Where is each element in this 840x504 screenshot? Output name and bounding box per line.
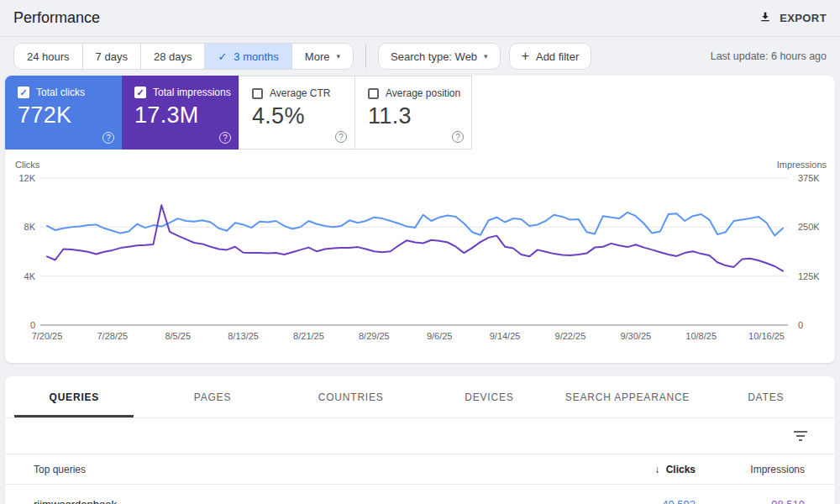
clicks-header-label: Clicks [666,464,696,475]
performance-card: ✓ Total clicks 772K ? ✓ Total impression… [5,76,835,363]
top-bar: Performance EXPORT [0,0,840,37]
divider [365,45,366,68]
export-button[interactable]: EXPORT [759,10,827,26]
table-header-row: Top queries ↓ Clicks Impressions [5,454,835,485]
impressions-line-series [47,205,783,270]
x-tick: 9/22/25 [555,331,586,341]
x-tick: 9/30/25 [620,331,651,341]
more-label: More [305,50,330,63]
date-range-control: 24 hours 7 days 28 days ✓ 3 months More … [13,43,354,70]
y-right-tick: 125K [798,271,820,281]
tab-label: SEARCH APPEARANCE [565,391,690,403]
metric-value: 4.5% [252,103,354,129]
range-label: 7 days [96,50,128,63]
metric-label: Total impressions [153,87,231,98]
range-24-hours[interactable]: 24 hours [14,44,82,69]
metric-tiles: ✓ Total clicks 772K ? ✓ Total impression… [5,76,835,150]
table-row[interactable]: rijmwoordenboek 40,592 98,510 [5,485,835,504]
checkbox-unchecked-icon[interactable] [252,88,263,99]
average-position-tile[interactable]: Average position 11.3 ? [355,76,472,150]
range-label: 28 days [154,50,192,63]
table-toolbar [5,418,835,454]
x-tick: 8/21/25 [293,331,324,341]
sort-descending-icon: ↓ [654,464,659,475]
metric-label: Average position [386,87,460,99]
page-title: Performance [13,9,100,27]
total-clicks-tile[interactable]: ✓ Total clicks 772K ? [5,76,122,150]
tab-pages[interactable]: PAGES [144,376,282,417]
dimensions-table-card: QUERIES PAGES COUNTRIES DEVICES SEARCH A… [5,376,835,504]
tab-label: DEVICES [465,391,513,403]
y-left-tick: 0 [30,320,35,330]
x-tick: 10/8/25 [685,331,717,341]
export-label: EXPORT [780,12,827,24]
performance-chart: 04K8K12K0125K250K375KClicksImpressions7/… [5,150,835,363]
filter-list-icon[interactable] [793,431,808,441]
x-tick: 8/5/25 [165,331,191,341]
y-right-axis-title: Impressions [777,160,827,170]
y-left-tick: 4K [24,271,36,281]
tab-queries[interactable]: QUERIES [5,376,144,417]
clicks-cell: 40,592 [586,498,696,504]
help-icon[interactable]: ? [452,131,464,143]
range-28-days[interactable]: 28 days [140,44,205,69]
tab-label: QUERIES [50,391,100,403]
impressions-cell: 98,510 [696,498,805,504]
tab-dates[interactable]: DATES [696,376,835,417]
tab-devices[interactable]: DEVICES [420,376,559,417]
add-filter-button[interactable]: + Add filter [509,43,592,70]
y-left-axis-title: Clicks [15,160,40,170]
filter-bar: 24 hours 7 days 28 days ✓ 3 months More … [0,37,840,76]
y-right-tick: 0 [798,320,803,330]
top-queries-header: Top queries [34,464,586,475]
add-filter-label: Add filter [536,50,579,63]
y-right-tick: 375K [798,173,820,183]
download-icon [759,10,772,26]
y-left-tick: 8K [24,222,36,232]
range-label: 24 hours [27,50,70,63]
checkbox-unchecked-icon[interactable] [368,88,379,99]
help-icon[interactable]: ? [335,131,347,143]
chevron-down-icon: ▾ [484,52,488,60]
chevron-down-icon: ▾ [336,52,340,60]
dimension-tabs: QUERIES PAGES COUNTRIES DEVICES SEARCH A… [5,376,835,418]
plus-icon: + [522,49,529,64]
y-left-tick: 12K [18,173,35,183]
checkbox-checked-icon[interactable]: ✓ [18,87,29,98]
checkbox-checked-icon[interactable]: ✓ [134,87,146,98]
tab-label: DATES [748,391,784,403]
range-7-days[interactable]: 7 days [82,44,140,69]
y-right-tick: 250K [798,222,820,232]
last-update-text: Last update: 6 hours ago [711,50,827,62]
tab-label: PAGES [194,391,231,403]
impressions-column-header[interactable]: Impressions [696,464,805,475]
clicks-column-header[interactable]: ↓ Clicks [586,464,696,475]
tab-search-appearance[interactable]: SEARCH APPEARANCE [559,376,697,417]
x-tick: 8/13/25 [228,331,259,341]
search-type-label: Search type: Web [391,50,477,63]
metric-label: Total clicks [36,87,85,98]
average-ctr-tile[interactable]: Average CTR 4.5% ? [239,76,355,150]
tab-countries[interactable]: COUNTRIES [281,376,420,417]
performance-chart-svg: 04K8K12K0125K250K375KClicksImpressions7/… [5,150,835,360]
metric-label: Average CTR [270,87,330,99]
range-more-dropdown[interactable]: More ▾ [291,44,353,69]
x-tick: 10/16/25 [748,331,785,341]
query-cell: rijmwoordenboek [34,498,586,504]
total-impressions-tile[interactable]: ✓ Total impressions 17.3M ? [122,76,239,150]
metric-value: 11.3 [368,103,471,129]
metric-value: 17.3M [134,102,239,129]
x-tick: 8/29/25 [359,331,390,341]
check-icon: ✓ [218,50,227,63]
x-tick: 7/20/25 [32,331,63,341]
x-tick: 9/6/25 [427,331,453,341]
metric-value: 772K [18,102,122,129]
search-type-button[interactable]: Search type: Web ▾ [378,43,501,70]
help-icon[interactable]: ? [102,132,114,144]
tab-label: COUNTRIES [318,391,384,403]
x-tick: 7/28/25 [97,331,129,341]
range-3-months[interactable]: ✓ 3 months [204,44,291,69]
help-icon[interactable]: ? [219,132,231,144]
x-tick: 9/14/25 [490,331,521,341]
range-label: 3 months [234,50,278,63]
